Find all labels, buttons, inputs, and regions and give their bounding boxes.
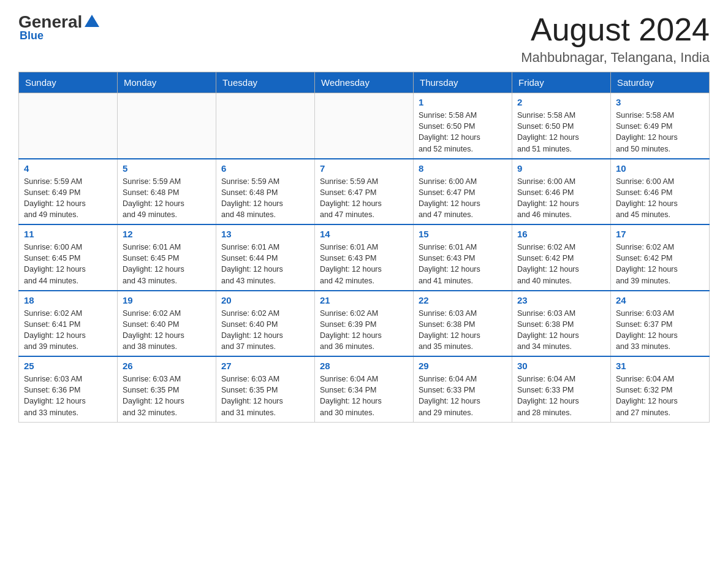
- day-number: 2: [517, 97, 605, 107]
- day-number: 24: [616, 295, 704, 305]
- day-number: 5: [123, 163, 211, 174]
- day-info: Sunrise: 6:02 AM Sunset: 6:39 PM Dayligh…: [320, 308, 408, 353]
- calendar-cell: 11Sunrise: 6:00 AM Sunset: 6:45 PM Dayli…: [19, 224, 118, 291]
- calendar-cell: 19Sunrise: 6:02 AM Sunset: 6:40 PM Dayli…: [118, 291, 216, 357]
- day-info: Sunrise: 6:00 AM Sunset: 6:46 PM Dayligh…: [616, 176, 704, 221]
- weekday-header-row: SundayMondayTuesdayWednesdayThursdayFrid…: [19, 72, 710, 93]
- day-number: 25: [24, 361, 112, 371]
- day-number: 27: [221, 361, 309, 371]
- day-number: 22: [419, 295, 507, 305]
- calendar-cell: 6Sunrise: 5:59 AM Sunset: 6:48 PM Daylig…: [216, 159, 315, 225]
- day-info: Sunrise: 6:00 AM Sunset: 6:45 PM Dayligh…: [24, 242, 112, 286]
- day-info: Sunrise: 6:03 AM Sunset: 6:35 PM Dayligh…: [221, 373, 309, 418]
- day-info: Sunrise: 6:02 AM Sunset: 6:40 PM Dayligh…: [221, 308, 309, 353]
- calendar-cell: 31Sunrise: 6:04 AM Sunset: 6:32 PM Dayli…: [611, 356, 710, 422]
- title-area: August 2024 Mahbubnagar, Telangana, Indi…: [521, 12, 710, 66]
- day-info: Sunrise: 6:04 AM Sunset: 6:32 PM Dayligh…: [616, 373, 704, 418]
- calendar-cell: 12Sunrise: 6:01 AM Sunset: 6:45 PM Dayli…: [118, 224, 216, 291]
- day-info: Sunrise: 6:03 AM Sunset: 6:38 PM Dayligh…: [517, 308, 605, 353]
- day-number: 10: [616, 163, 704, 174]
- weekday-header-tuesday: Tuesday: [216, 72, 315, 93]
- calendar-week-row: 18Sunrise: 6:02 AM Sunset: 6:41 PM Dayli…: [19, 291, 710, 357]
- logo-area: General Blue: [18, 12, 99, 42]
- day-number: 26: [123, 361, 211, 371]
- weekday-header-friday: Friday: [512, 72, 611, 93]
- weekday-header-wednesday: Wednesday: [315, 72, 414, 93]
- day-info: Sunrise: 6:04 AM Sunset: 6:33 PM Dayligh…: [517, 373, 605, 418]
- day-info: Sunrise: 6:02 AM Sunset: 6:42 PM Dayligh…: [517, 242, 605, 286]
- day-number: 7: [320, 163, 408, 174]
- calendar-cell: 26Sunrise: 6:03 AM Sunset: 6:35 PM Dayli…: [118, 356, 216, 422]
- day-number: 9: [517, 163, 605, 174]
- day-number: 8: [419, 163, 507, 174]
- day-number: 17: [616, 229, 704, 239]
- day-info: Sunrise: 5:58 AM Sunset: 6:49 PM Dayligh…: [616, 110, 704, 155]
- calendar-week-row: 1Sunrise: 5:58 AM Sunset: 6:50 PM Daylig…: [19, 93, 710, 159]
- day-number: 29: [419, 361, 507, 371]
- calendar-cell: [216, 93, 315, 159]
- day-info: Sunrise: 6:03 AM Sunset: 6:38 PM Dayligh…: [419, 308, 507, 353]
- day-number: 13: [221, 229, 309, 239]
- calendar-cell: 7Sunrise: 5:59 AM Sunset: 6:47 PM Daylig…: [315, 159, 414, 225]
- day-number: 14: [320, 229, 408, 239]
- calendar-cell: 9Sunrise: 6:00 AM Sunset: 6:46 PM Daylig…: [512, 159, 611, 225]
- day-number: 3: [616, 97, 704, 107]
- day-number: 4: [24, 163, 112, 174]
- day-info: Sunrise: 6:01 AM Sunset: 6:45 PM Dayligh…: [123, 242, 211, 286]
- calendar-cell: 13Sunrise: 6:01 AM Sunset: 6:44 PM Dayli…: [216, 224, 315, 291]
- day-number: 30: [517, 361, 605, 371]
- day-number: 23: [517, 295, 605, 305]
- calendar-cell: 8Sunrise: 6:00 AM Sunset: 6:47 PM Daylig…: [414, 159, 512, 225]
- calendar-cell: [19, 93, 118, 159]
- calendar-cell: 30Sunrise: 6:04 AM Sunset: 6:33 PM Dayli…: [512, 356, 611, 422]
- calendar-cell: 4Sunrise: 5:59 AM Sunset: 6:49 PM Daylig…: [19, 159, 118, 225]
- day-info: Sunrise: 5:59 AM Sunset: 6:49 PM Dayligh…: [24, 176, 112, 221]
- day-info: Sunrise: 6:04 AM Sunset: 6:34 PM Dayligh…: [320, 373, 408, 418]
- day-number: 18: [24, 295, 112, 305]
- calendar-cell: 17Sunrise: 6:02 AM Sunset: 6:42 PM Dayli…: [611, 224, 710, 291]
- calendar-cell: 22Sunrise: 6:03 AM Sunset: 6:38 PM Dayli…: [414, 291, 512, 357]
- calendar-cell: [118, 93, 216, 159]
- subtitle: Mahbubnagar, Telangana, India: [521, 50, 710, 66]
- calendar-week-row: 4Sunrise: 5:59 AM Sunset: 6:49 PM Daylig…: [19, 159, 710, 225]
- day-info: Sunrise: 6:02 AM Sunset: 6:40 PM Dayligh…: [123, 308, 211, 353]
- day-number: 16: [517, 229, 605, 239]
- day-info: Sunrise: 6:04 AM Sunset: 6:33 PM Dayligh…: [419, 373, 507, 418]
- day-info: Sunrise: 6:00 AM Sunset: 6:46 PM Dayligh…: [517, 176, 605, 221]
- day-info: Sunrise: 6:03 AM Sunset: 6:37 PM Dayligh…: [616, 308, 704, 353]
- day-info: Sunrise: 6:00 AM Sunset: 6:47 PM Dayligh…: [419, 176, 507, 221]
- day-number: 21: [320, 295, 408, 305]
- day-number: 1: [419, 97, 507, 107]
- calendar-table: SundayMondayTuesdayWednesdayThursdayFrid…: [18, 72, 710, 423]
- calendar-cell: 27Sunrise: 6:03 AM Sunset: 6:35 PM Dayli…: [216, 356, 315, 422]
- day-number: 20: [221, 295, 309, 305]
- calendar-cell: 23Sunrise: 6:03 AM Sunset: 6:38 PM Dayli…: [512, 291, 611, 357]
- calendar-week-row: 11Sunrise: 6:00 AM Sunset: 6:45 PM Dayli…: [19, 224, 710, 291]
- logo-triangle-icon: [85, 15, 99, 27]
- calendar-cell: 14Sunrise: 6:01 AM Sunset: 6:43 PM Dayli…: [315, 224, 414, 291]
- day-number: 28: [320, 361, 408, 371]
- day-number: 31: [616, 361, 704, 371]
- weekday-header-sunday: Sunday: [19, 72, 118, 93]
- calendar-cell: 5Sunrise: 5:59 AM Sunset: 6:48 PM Daylig…: [118, 159, 216, 225]
- day-info: Sunrise: 6:03 AM Sunset: 6:35 PM Dayligh…: [123, 373, 211, 418]
- day-info: Sunrise: 6:02 AM Sunset: 6:42 PM Dayligh…: [616, 242, 704, 286]
- day-info: Sunrise: 5:59 AM Sunset: 6:48 PM Dayligh…: [221, 176, 309, 221]
- calendar-cell: 18Sunrise: 6:02 AM Sunset: 6:41 PM Dayli…: [19, 291, 118, 357]
- day-info: Sunrise: 6:01 AM Sunset: 6:43 PM Dayligh…: [320, 242, 408, 286]
- day-info: Sunrise: 5:59 AM Sunset: 6:47 PM Dayligh…: [320, 176, 408, 221]
- day-info: Sunrise: 5:59 AM Sunset: 6:48 PM Dayligh…: [123, 176, 211, 221]
- calendar-cell: 3Sunrise: 5:58 AM Sunset: 6:49 PM Daylig…: [611, 93, 710, 159]
- calendar-cell: 2Sunrise: 5:58 AM Sunset: 6:50 PM Daylig…: [512, 93, 611, 159]
- day-info: Sunrise: 6:02 AM Sunset: 6:41 PM Dayligh…: [24, 308, 112, 353]
- logo-blue-text: Blue: [20, 29, 44, 42]
- calendar-cell: 16Sunrise: 6:02 AM Sunset: 6:42 PM Dayli…: [512, 224, 611, 291]
- day-number: 19: [123, 295, 211, 305]
- day-info: Sunrise: 6:03 AM Sunset: 6:36 PM Dayligh…: [24, 373, 112, 418]
- weekday-header-saturday: Saturday: [611, 72, 710, 93]
- calendar-cell: 28Sunrise: 6:04 AM Sunset: 6:34 PM Dayli…: [315, 356, 414, 422]
- calendar-cell: 15Sunrise: 6:01 AM Sunset: 6:43 PM Dayli…: [414, 224, 512, 291]
- calendar-cell: [315, 93, 414, 159]
- calendar-cell: 10Sunrise: 6:00 AM Sunset: 6:46 PM Dayli…: [611, 159, 710, 225]
- main-title: August 2024: [521, 12, 710, 47]
